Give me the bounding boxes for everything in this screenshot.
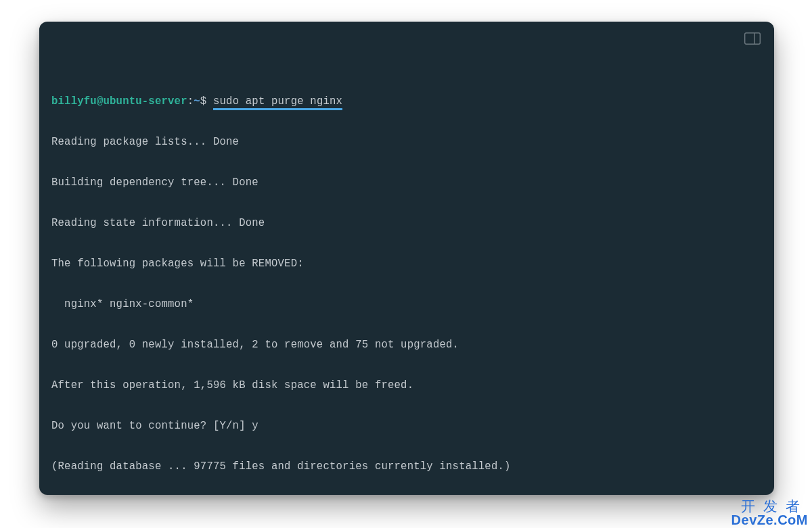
output-line: Reading state information... Done [51,216,762,230]
output-line: nginx* nginx-common* [51,297,762,311]
output-line: 0 upgraded, 0 newly installed, 2 to remo… [51,338,762,352]
entered-command: sudo apt purge nginx [213,95,342,110]
prompt-user: billyfu [51,95,97,107]
prompt-line-1: billyfu@ubuntu-server:~$ sudo apt purge … [51,95,762,108]
output-line: After this operation, 1,596 kB disk spac… [51,379,762,392]
watermark-cn: 开发者 [731,499,808,513]
output-line: (Reading database ... 97775 files and di… [51,460,762,473]
prompt-colon: : [187,95,194,107]
terminal-window: billyfu@ubuntu-server:~$ sudo apt purge … [39,22,774,495]
titlebar [39,22,774,45]
prompt-host: ubuntu-server [103,95,187,107]
output-line: Building dependency tree... Done [51,176,762,189]
watermark-en: DevZe.CoM [731,513,808,527]
svg-rect-0 [745,33,761,45]
prompt-dollar: $ [200,95,213,107]
watermark: 开发者 DevZe.CoM [731,499,808,527]
prompt-path: ~ [194,95,200,107]
output-line: Do you want to continue? [Y/n] y [51,419,762,433]
panes-icon[interactable] [744,32,761,45]
output-line: Reading package lists... Done [51,135,762,149]
terminal-output[interactable]: billyfu@ubuntu-server:~$ sudo apt purge … [51,54,762,483]
output-line: The following packages will be REMOVED: [51,257,762,270]
